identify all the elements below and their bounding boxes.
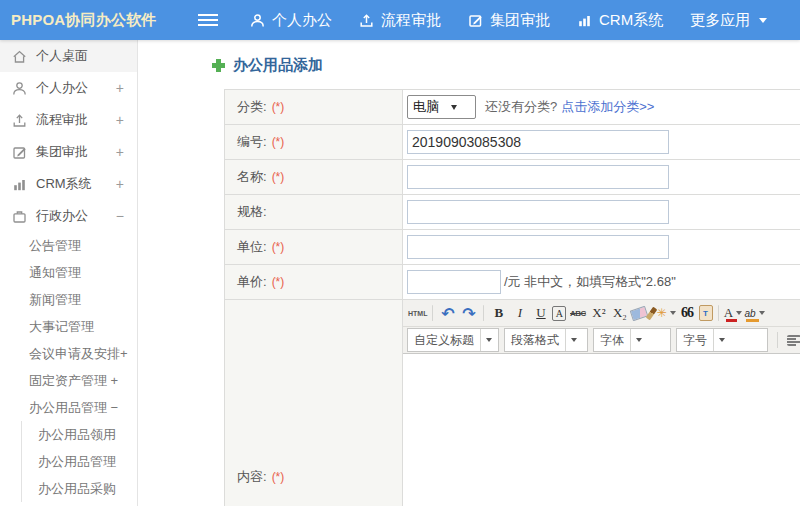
nav-group-approval[interactable]: 集团审批 [468, 11, 550, 30]
upload-icon [12, 113, 27, 128]
name-input[interactable] [407, 165, 669, 189]
required-mark: (*) [272, 100, 285, 114]
italic-button[interactable]: I [510, 304, 529, 323]
form-row-unit: 单位: (*) [225, 230, 800, 265]
sidebar-item-group-approval[interactable]: 集团审批 + [0, 136, 137, 168]
blockquote-button[interactable]: 66 [678, 304, 697, 323]
field-label: 名称: [237, 168, 267, 186]
person-icon [250, 13, 265, 28]
select-caret-icon [480, 329, 496, 351]
form-row-code: 编号: (*) [225, 125, 800, 160]
expand-plus[interactable]: + [116, 80, 124, 96]
superscript-button[interactable]: X² [589, 304, 608, 323]
field-label: 单价: [237, 273, 267, 291]
toolbar-separator [718, 305, 719, 321]
add-plus-icon [212, 59, 225, 72]
spec-input[interactable] [407, 200, 669, 224]
price-input[interactable] [407, 270, 501, 294]
select-caret-icon [565, 329, 581, 351]
caret-down-icon [759, 18, 767, 23]
top-navigation: 个人办公 流程审批 集团审批 CRM系统 更多应用 [250, 11, 767, 30]
briefcase-icon [12, 209, 27, 224]
admin-office-submenu: 公告管理通知管理新闻管理大事记管理会议申请及安排+固定资产管理 +办公用品管理 … [0, 232, 137, 421]
field-label: 内容: [237, 468, 267, 486]
expand-plus[interactable]: + [116, 112, 124, 128]
paste-as-text-button[interactable]: T [699, 305, 713, 321]
nav-workflow-approval[interactable]: 流程审批 [359, 11, 441, 30]
sidebar-item-label: CRM系统 [36, 175, 92, 193]
sidebar-item-label: 流程审批 [36, 111, 88, 129]
collapse-minus[interactable]: − [116, 208, 124, 224]
html-source-button[interactable]: HTML [408, 304, 427, 323]
required-mark: (*) [272, 470, 285, 484]
subitem-supplies-purchase[interactable]: 办公用品采购 [22, 475, 137, 502]
form-row-category: 分类: (*) 电脑 还没有分类? 点击添加分类>> [225, 90, 800, 125]
sidebar-item-label: 个人桌面 [36, 47, 88, 65]
category-select[interactable]: 电脑 [407, 95, 476, 119]
bold-button[interactable]: B [489, 304, 508, 323]
highlight-color-button[interactable]: ab [745, 304, 765, 323]
sidebar-item-admin-office[interactable]: 行政办公 − [0, 200, 137, 232]
align-left-button[interactable] [787, 335, 800, 346]
font-box-button[interactable]: A [552, 306, 566, 321]
subscript-button[interactable]: X₂ [610, 304, 629, 323]
bar-chart-icon [577, 13, 592, 28]
category-select-value: 电脑 [413, 98, 439, 116]
subitem-fixed-assets-mgmt[interactable]: 固定资产管理 + [0, 367, 137, 394]
subitem-meeting-mgmt[interactable]: 会议申请及安排+ [0, 340, 137, 367]
hamburger-menu-icon[interactable] [198, 14, 218, 27]
office-supplies-submenu: 办公用品领用办公用品管理办公用品采购 [21, 421, 137, 502]
nav-more-apps[interactable]: 更多应用 [690, 11, 767, 30]
form-row-content: 内容: (*) HTML↶↷BIUAABCX²X₂✳66TAab 自定义标题 [225, 300, 800, 506]
app-logo[interactable]: PHPOA协同办公软件 [0, 11, 186, 30]
page-title: 办公用品添加 [212, 56, 800, 75]
subitem-announcement-mgmt[interactable]: 公告管理 [0, 232, 137, 259]
expand-plus[interactable]: + [116, 144, 124, 160]
form-row-name: 名称: (*) [225, 160, 800, 195]
nav-personal-office[interactable]: 个人办公 [250, 11, 332, 30]
field-label: 编号: [237, 133, 267, 151]
sidebar-item-workflow-approval[interactable]: 流程审批 + [0, 104, 137, 136]
paragraph-format-select[interactable]: 段落格式 [504, 328, 588, 352]
remove-format-eraser-button[interactable] [630, 305, 649, 320]
subitem-news-mgmt[interactable]: 新闻管理 [0, 286, 137, 313]
nav-label: 更多应用 [690, 11, 750, 30]
field-label: 单位: [237, 238, 267, 256]
select-caret-icon [713, 329, 729, 351]
underline-button[interactable]: U [531, 304, 550, 323]
required-mark: (*) [272, 240, 285, 254]
required-mark: (*) [272, 275, 285, 289]
editor-content-area[interactable] [403, 354, 800, 506]
field-label: 分类: [237, 98, 267, 116]
sidebar-item-desktop[interactable]: 个人桌面 [0, 40, 137, 72]
main-content: 办公用品添加 分类: (*) 电脑 还没有分类? 点击添加分类>> [138, 40, 800, 506]
sidebar-item-crm[interactable]: CRM系统 + [0, 168, 137, 200]
subitem-supplies-mgmt[interactable]: 办公用品管理 [22, 448, 137, 475]
toolbar-separator [483, 305, 484, 321]
sidebar-item-label: 行政办公 [36, 207, 88, 225]
subitem-notice-mgmt[interactable]: 通知管理 [0, 259, 137, 286]
subitem-office-supplies-mgmt[interactable]: 办公用品管理 − [0, 394, 137, 421]
strikethrough-button[interactable]: ABC [568, 304, 587, 323]
price-format-hint: /元 非中文，如填写格式"2.68" [504, 273, 676, 291]
subitem-events-mgmt[interactable]: 大事记管理 [0, 313, 137, 340]
sidebar-item-personal-office[interactable]: 个人办公 + [0, 72, 137, 104]
emoticon-button[interactable]: ✳ [656, 304, 675, 323]
unit-input[interactable] [407, 235, 669, 259]
custom-heading-select[interactable]: 自定义标题 [407, 328, 499, 352]
font-size-select[interactable]: 字号 [676, 328, 768, 352]
edit-icon [468, 13, 483, 28]
form-row-spec: 规格: [225, 195, 800, 230]
redo-button[interactable]: ↷ [459, 304, 478, 323]
undo-button[interactable]: ↶ [438, 304, 457, 323]
subitem-supplies-requisition[interactable]: 办公用品领用 [22, 421, 137, 448]
add-supplies-form: 分类: (*) 电脑 还没有分类? 点击添加分类>> 编号: (*) [224, 89, 800, 506]
code-input[interactable] [407, 130, 669, 154]
rich-text-editor: HTML↶↷BIUAABCX²X₂✳66TAab 自定义标题 段落格式 [403, 300, 800, 506]
font-color-button[interactable]: A [724, 304, 743, 323]
nav-crm-system[interactable]: CRM系统 [577, 11, 663, 30]
home-icon [12, 49, 27, 64]
expand-plus[interactable]: + [116, 176, 124, 192]
font-family-select[interactable]: 字体 [593, 328, 671, 352]
add-category-link[interactable]: 点击添加分类>> [561, 98, 654, 116]
